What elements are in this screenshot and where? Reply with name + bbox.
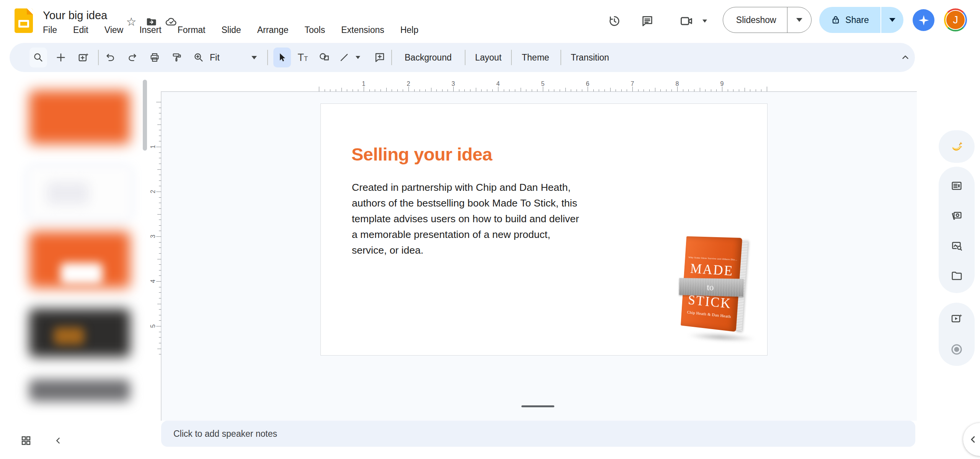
slide-thumbnail[interactable] [24,303,136,362]
ruler-tick [369,89,370,92]
paint-format-icon[interactable] [168,48,186,67]
main-toolbar: Fit TT Background Layout Theme Transitio… [10,43,915,72]
ruler-tick [159,203,162,203]
toolbar-divider [511,50,512,65]
lock-icon [831,15,841,25]
line-tool-caret[interactable] [353,48,363,67]
book-title-mid: to [707,282,714,292]
share-button[interactable]: Share [819,7,903,33]
book-image[interactable]: Why Some Ideas Survive and Others Die...… [681,237,758,344]
ruler-tick [604,89,605,92]
ruler-tick [481,89,482,92]
search-menus-icon[interactable] [29,48,47,67]
select-tool-icon[interactable] [273,48,291,67]
ruler-tick [431,88,431,92]
share-dropdown[interactable] [881,18,903,22]
slide-thumbnail[interactable] [24,85,136,149]
meet-camera-icon[interactable] [679,14,694,28]
shape-tool-icon[interactable] [315,48,333,67]
theme-button[interactable]: Theme [518,48,553,67]
templates-panel-icon[interactable] [949,178,964,193]
undo-icon[interactable] [101,48,119,67]
ruler-tick [159,315,162,315]
ruler-tick [649,89,650,92]
photos-panel-icon[interactable] [949,208,964,223]
ruler-tick [464,89,465,92]
ruler-tick [700,88,700,92]
menubar: File Edit View Insert Format Slide Arran… [42,24,419,36]
slide-thumbnail[interactable] [24,375,136,405]
ruler-tick [554,89,554,92]
speaker-notes-placeholder: Click to add speaker notes [173,429,277,439]
ruler-tick [532,89,532,92]
ruler-tick [159,225,162,226]
menu-file[interactable]: File [42,24,58,36]
insert-comment-icon[interactable] [371,48,389,67]
menu-help[interactable]: Help [400,24,419,36]
background-button[interactable]: Background [401,48,456,67]
menu-view[interactable]: View [104,24,124,36]
folder-panel-icon[interactable] [949,268,964,284]
new-slide-templates-icon[interactable] [75,48,92,67]
grid-view-icon[interactable] [18,433,34,448]
gemini-button[interactable] [913,9,934,31]
slideshow-dropdown[interactable] [787,18,811,22]
ruler-tick [515,89,515,92]
line-tool-icon[interactable] [337,48,351,67]
record-icon[interactable] [949,342,964,357]
ruler-tick [159,175,162,175]
body-line: service, or idea. [352,243,616,258]
slide-body-text[interactable]: Created in partnership with Chip and Dan… [352,180,616,258]
text-box-icon[interactable]: TT [294,48,312,67]
ruler-tick [156,102,161,102]
ruler-tick [627,89,627,92]
banana-sparkle-icon[interactable] [949,139,964,154]
meet-dropdown-caret[interactable] [697,14,712,28]
collapse-right-panel-button[interactable] [963,423,980,456]
ruler-tick [414,89,415,92]
ruler-tick [358,89,358,92]
notes-resize-handle[interactable] [521,405,554,407]
ruler-tick [526,89,526,92]
ruler-tick [157,259,161,259]
collapse-toolbar-icon[interactable] [897,48,914,67]
ruler-tick [565,88,566,92]
transition-button[interactable]: Transition [567,48,613,67]
account-avatar[interactable]: J [944,8,967,31]
ruler-tick [159,108,162,108]
slide-thumbnail[interactable] [24,226,136,293]
ruler-tick [159,253,162,254]
version-history-icon[interactable] [607,14,622,28]
slide-title[interactable]: Selling your idea [351,144,492,165]
body-line: authors of the bestselling book Made To … [352,195,616,211]
menu-slide[interactable]: Slide [221,24,242,36]
ruler-number: 3 [150,235,157,238]
layout-button[interactable]: Layout [471,48,505,67]
share-label: Share [845,15,869,25]
ruler-tick [157,304,161,304]
slideshow-sparkle-icon[interactable] [949,311,964,326]
ruler-tick [459,89,459,92]
ruler-tick [159,287,162,287]
ruler-tick [599,89,599,92]
slideshow-button[interactable]: Slideshow [723,7,812,33]
slides-logo[interactable] [15,8,33,33]
speaker-notes[interactable]: Click to add speaker notes [161,421,915,447]
new-slide-plus-icon[interactable] [52,48,70,67]
document-title[interactable]: Your big idea [43,9,107,22]
zoom-select[interactable]: Fit [203,48,262,67]
menu-arrange[interactable]: Arrange [256,24,289,36]
menu-edit[interactable]: Edit [72,24,89,36]
ruler-tick [470,89,470,92]
ruler-number: 4 [150,280,157,283]
menu-format[interactable]: Format [177,24,206,36]
slide-canvas[interactable]: Selling your idea Created in partnership… [320,103,768,356]
ruler-tick [341,88,342,92]
slide-thumbnail[interactable] [24,162,136,224]
collapse-filmstrip-icon[interactable] [51,433,66,448]
menu-extensions[interactable]: Extensions [340,24,385,36]
redo-icon[interactable] [124,48,141,67]
menu-tools[interactable]: Tools [304,24,326,36]
comments-icon[interactable] [640,14,655,28]
image-search-panel-icon[interactable] [949,238,964,254]
